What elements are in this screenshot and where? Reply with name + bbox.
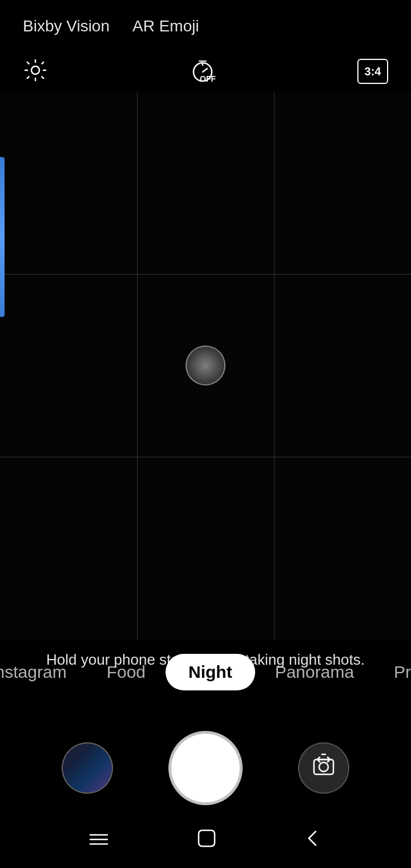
camera-controls: OFF 3:4 xyxy=(0,51,411,91)
timer-off-label: OFF xyxy=(200,74,216,83)
mode-instagram[interactable]: Instagram xyxy=(0,654,87,690)
blue-indicator xyxy=(0,157,5,317)
top-bar: Bixby Vision AR Emoji xyxy=(0,0,411,41)
focus-circle xyxy=(186,345,225,385)
viewfinder[interactable] xyxy=(0,91,411,640)
timer-button[interactable]: OFF xyxy=(188,57,217,86)
bixby-vision-link[interactable]: Bixby Vision xyxy=(23,17,110,35)
mode-food[interactable]: Food xyxy=(87,654,166,690)
grid-line-h2 xyxy=(0,457,411,457)
ratio-label: 3:4 xyxy=(365,65,381,78)
recent-apps-button[interactable] xyxy=(87,830,110,849)
svg-point-0 xyxy=(31,66,39,74)
mode-panorama[interactable]: Panorama xyxy=(255,654,374,690)
bottom-controls xyxy=(0,720,411,817)
flip-camera-icon xyxy=(309,752,338,785)
flip-camera-button[interactable] xyxy=(298,742,349,794)
mode-night[interactable]: Night xyxy=(166,654,255,690)
top-bar-links: Bixby Vision AR Emoji xyxy=(23,17,199,35)
back-button[interactable] xyxy=(303,826,324,853)
grid-line-v2 xyxy=(274,91,275,640)
svg-point-6 xyxy=(319,762,328,771)
gallery-thumbnail[interactable] xyxy=(62,742,113,794)
grid-line-v1 xyxy=(137,91,138,640)
svg-line-4 xyxy=(203,69,207,72)
gallery-thumb-inner xyxy=(63,744,112,793)
home-button[interactable] xyxy=(194,826,219,853)
ratio-button[interactable]: 3:4 xyxy=(357,59,388,84)
mode-selector: Instagram Food Night Panorama Pro xyxy=(0,654,411,690)
ar-emoji-link[interactable]: AR Emoji xyxy=(132,17,199,35)
svg-rect-11 xyxy=(199,830,215,846)
mode-pro[interactable]: Pro xyxy=(374,654,411,690)
shutter-button[interactable] xyxy=(168,731,243,805)
nav-bar xyxy=(0,811,411,868)
settings-button[interactable] xyxy=(23,58,48,85)
grid-line-h1 xyxy=(0,274,411,275)
